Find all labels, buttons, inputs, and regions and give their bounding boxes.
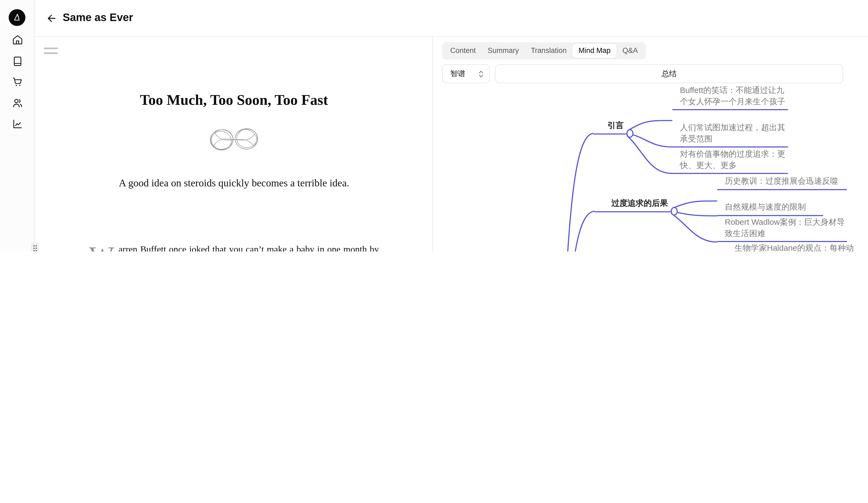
tab-content[interactable]: Content <box>444 44 482 58</box>
drop-cap: W <box>89 244 118 251</box>
tab-summary[interactable]: Summary <box>482 44 525 58</box>
users-icon <box>12 97 23 108</box>
sidebar-resize-handle[interactable] <box>31 242 39 251</box>
chart-icon <box>12 118 23 130</box>
mindmap-node-toggle[interactable] <box>627 129 633 138</box>
mindmap-node-toggle[interactable] <box>671 207 678 216</box>
back-button[interactable] <box>46 13 57 24</box>
page-title: Same as Ever <box>63 11 133 24</box>
app-window: Same as Ever Too Much, Too Soon, Too Fas… <box>0 0 868 251</box>
mindmap-leaf[interactable]: Robert Wadlow案例：巨大身材导致生活困难 <box>717 217 847 242</box>
arrow-left-icon <box>46 13 57 24</box>
brand-logo[interactable] <box>9 9 25 26</box>
menu-lines-icon <box>44 52 58 54</box>
book-page: Too Much, Too Soon, Too Fast A good idea… <box>89 37 379 251</box>
sidebar-item-store[interactable] <box>12 76 23 87</box>
mindmap-branch[interactable]: 引言 <box>593 120 627 134</box>
mindmap-leaf[interactable]: 人们常试图加速过程，超出其承受范围 <box>672 122 788 147</box>
mindmap-leaf[interactable]: Buffett的笑话：不能通过让九个女人怀孕一个月来生个孩子 <box>672 85 788 110</box>
logo-triangle-icon <box>12 12 22 23</box>
paragraph-text: arren Buffett once joked that you can’t … <box>118 244 379 251</box>
mindmap-leaf[interactable]: 自然规模与速度的限制 <box>717 201 823 216</box>
mindmap-leaf[interactable]: 历史教训：过度推展会迅速反噬 <box>717 176 847 190</box>
sidebar-item-library[interactable] <box>12 56 23 67</box>
sidebar-item-community[interactable] <box>12 97 23 108</box>
tab-qa[interactable]: Q&A <box>617 44 644 58</box>
assistant-panel: Content Summary Translation Mind Map Q&A… <box>433 37 868 251</box>
reader-pane: Too Much, Too Soon, Too Fast A good idea… <box>35 37 432 251</box>
toc-toggle-button[interactable] <box>44 48 58 56</box>
chapter-title: Too Much, Too Soon, Too Fast <box>89 91 379 109</box>
mindmap-canvas[interactable]: 《Too Much, Too Soon, Too Fast》 引言 过度追求的后… <box>433 83 868 251</box>
tab-translation[interactable]: Translation <box>525 44 572 58</box>
infinity-scribble-icon <box>207 125 261 154</box>
home-icon <box>12 34 23 45</box>
header: Same as Ever <box>34 0 868 37</box>
mindmap-branch[interactable]: 过度追求的后果 <box>595 198 671 212</box>
model-select[interactable]: 智谱 <box>442 64 490 83</box>
menu-lines-icon <box>44 48 58 49</box>
chevron-up-down-icon <box>478 70 484 78</box>
summarize-button[interactable]: 总结 <box>495 64 843 83</box>
mindmap-leaf[interactable]: 生物学家Haldane的观点：每种动物有最适宜的大小 <box>727 243 857 251</box>
cart-icon <box>12 76 23 87</box>
mindmap-leaf[interactable]: 对有价值事物的过度追求：更快、更大、更多 <box>672 149 788 174</box>
summarize-button-label: 总结 <box>662 69 677 78</box>
body-text: Warren Buffett once joked that you can’t… <box>89 244 379 251</box>
chapter-epigraph: A good idea on steroids quickly becomes … <box>89 177 379 189</box>
sidebar-item-home[interactable] <box>12 34 23 45</box>
paragraph: Warren Buffett once joked that you can’t… <box>89 244 379 251</box>
sidebar-item-stats[interactable] <box>12 118 23 130</box>
sidebar <box>0 0 34 251</box>
book-icon <box>12 56 23 67</box>
panel-tab-bar: Content Summary Translation Mind Map Q&A <box>442 42 646 60</box>
model-select-value: 智谱 <box>450 69 465 78</box>
tab-mind-map[interactable]: Mind Map <box>572 44 617 58</box>
grip-dots-icon <box>33 245 37 251</box>
